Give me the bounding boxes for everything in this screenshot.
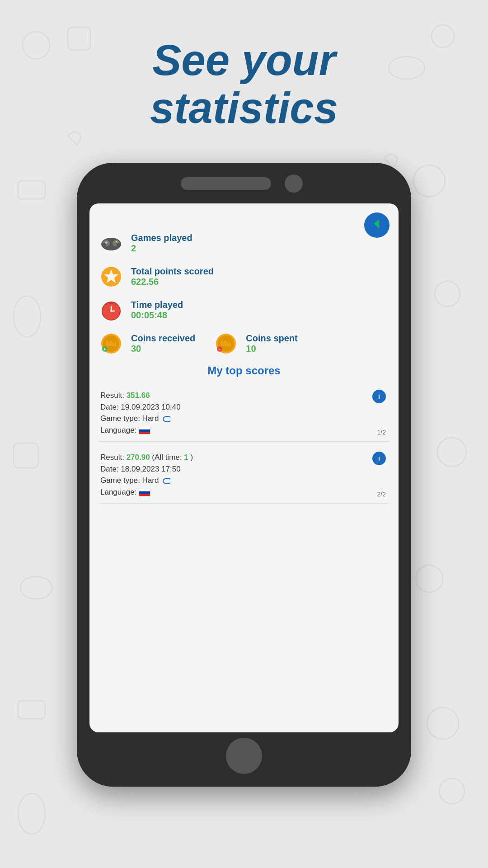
score-2-gametype-line: Game type: Hard — [100, 475, 362, 486]
svg-rect-12 — [18, 701, 45, 719]
coins-spent-icon: Mu - — [213, 331, 239, 356]
coins-spent-label: Coins spent — [246, 333, 297, 344]
svg-text:Mu: Mu — [221, 340, 231, 348]
svg-point-13 — [427, 708, 459, 739]
score-2-alltime-value: 1 — [184, 453, 188, 462]
phone-home-button[interactable] — [226, 738, 262, 774]
svg-text:Mu: Mu — [106, 340, 116, 348]
score-1-date-line: Date: 19.09.2023 10:40 — [100, 401, 362, 413]
games-played-row: Games played 2 — [99, 231, 389, 256]
gamepad-icon — [99, 231, 124, 256]
svg-point-7 — [435, 281, 460, 307]
top-scores-title: My top scores — [99, 364, 389, 377]
score-2-pagination: 2/2 — [377, 491, 386, 498]
svg-point-10 — [20, 576, 52, 599]
svg-point-27 — [117, 243, 120, 247]
svg-point-15 — [439, 778, 465, 804]
svg-point-24 — [116, 241, 117, 242]
coins-spent-text: Coins spent 10 — [246, 333, 297, 354]
score-2-date-line: Date: 18.09.2023 17:50 — [100, 463, 362, 475]
score-2-alltime-suffix: ) — [188, 453, 193, 462]
phone-screen: Games played 2 Total points scored 622.5… — [89, 203, 399, 732]
svg-rect-4 — [18, 181, 45, 199]
svg-point-26 — [102, 243, 106, 247]
score-1-result-label: Result: — [100, 391, 127, 400]
total-points-label: Total points scored — [131, 266, 214, 277]
score-2-alltime: (All time: — [150, 453, 184, 462]
stats-container: Games played 2 Total points scored 622.5… — [99, 231, 389, 504]
score-2-result-line: Result: 270.90 (All time: 1 ) — [100, 452, 362, 463]
score-entry-2: Result: 270.90 (All time: 1 ) Date: 18.0… — [99, 446, 389, 504]
score-1-pagination: 1/2 — [377, 429, 386, 436]
coins-received-icon: Mu + — [99, 331, 124, 356]
coins-spent-item: Mu - Coins spent 10 — [213, 331, 297, 356]
time-played-value: 00:05:48 — [131, 310, 183, 321]
score-1-result-line: Result: 351.66 — [100, 390, 362, 401]
svg-point-9 — [437, 438, 466, 467]
svg-point-36 — [110, 310, 112, 312]
coins-received-text: Coins received 30 — [131, 333, 195, 354]
svg-marker-16 — [374, 219, 379, 228]
back-arrow-icon — [371, 217, 383, 233]
total-points-row: Total points scored 622.56 — [99, 264, 389, 289]
score-1-date-label: Date: — [100, 403, 121, 411]
time-played-row: Time played 00:05:48 — [99, 297, 389, 323]
score-entry-1: Result: 351.66 Date: 19.09.2023 10:40 Ga… — [99, 384, 389, 442]
star-icon — [99, 264, 124, 289]
games-played-label: Games played — [131, 233, 192, 243]
total-points-value: 622.56 — [131, 277, 214, 287]
score-2-gametype-label: Game type: — [100, 476, 142, 485]
score-1-result-value: 351.66 — [127, 391, 150, 400]
score-2-date-value: 18.09.2023 17:50 — [121, 465, 180, 473]
svg-text:-: - — [219, 347, 221, 352]
svg-text:+: + — [103, 347, 106, 352]
coins-received-label: Coins received — [131, 333, 195, 344]
score-1-date-value: 19.09.2023 10:40 — [121, 403, 180, 411]
score-2-result-value: 270.90 — [127, 453, 150, 462]
timer-icon — [99, 297, 124, 323]
phone-camera — [285, 175, 303, 193]
svg-point-5 — [413, 165, 445, 197]
svg-point-6 — [14, 296, 41, 337]
score-2-info-btn[interactable]: i — [372, 452, 386, 465]
score-2-gametype-value: Hard — [142, 476, 159, 485]
score-1-language-label: Language: — [100, 426, 139, 434]
coins-received-item: Mu + Coins received 30 — [99, 331, 195, 356]
score-2-language-label: Language: — [100, 488, 139, 496]
hard-type-icon — [163, 416, 172, 422]
games-played-text: Games played 2 — [131, 233, 192, 254]
page-title: See your statistics — [0, 36, 488, 132]
time-played-text: Time played 00:05:48 — [131, 300, 183, 321]
games-played-value: 2 — [131, 243, 192, 254]
svg-point-25 — [116, 243, 117, 244]
coins-row: Mu + Coins received 30 — [99, 331, 389, 356]
back-button[interactable] — [364, 212, 389, 238]
score-2-language-line: Language: — [100, 486, 362, 498]
phone-mockup: Games played 2 Total points scored 622.5… — [77, 163, 411, 787]
score-1-gametype-line: Game type: Hard — [100, 413, 362, 425]
svg-point-11 — [416, 565, 443, 592]
svg-rect-21 — [106, 241, 107, 244]
score-1-gametype-value: Hard — [142, 414, 159, 423]
hard-type-icon-2 — [163, 478, 172, 484]
time-played-label: Time played — [131, 300, 183, 310]
svg-point-14 — [18, 793, 45, 834]
score-1-language-line: Language: — [100, 425, 362, 436]
coins-received-value: 30 — [131, 344, 195, 354]
score-1-gametype-label: Game type: — [100, 414, 142, 423]
phone-speaker — [181, 177, 271, 190]
russia-flag-2 — [139, 489, 150, 496]
score-2-date-label: Date: — [100, 465, 121, 473]
total-points-text: Total points scored 622.56 — [131, 266, 214, 287]
russia-flag-1 — [139, 427, 150, 434]
score-2-result-label: Result: — [100, 453, 127, 462]
score-1-info-btn[interactable]: i — [372, 390, 386, 403]
svg-rect-8 — [14, 443, 38, 468]
coins-spent-value: 10 — [246, 344, 297, 354]
